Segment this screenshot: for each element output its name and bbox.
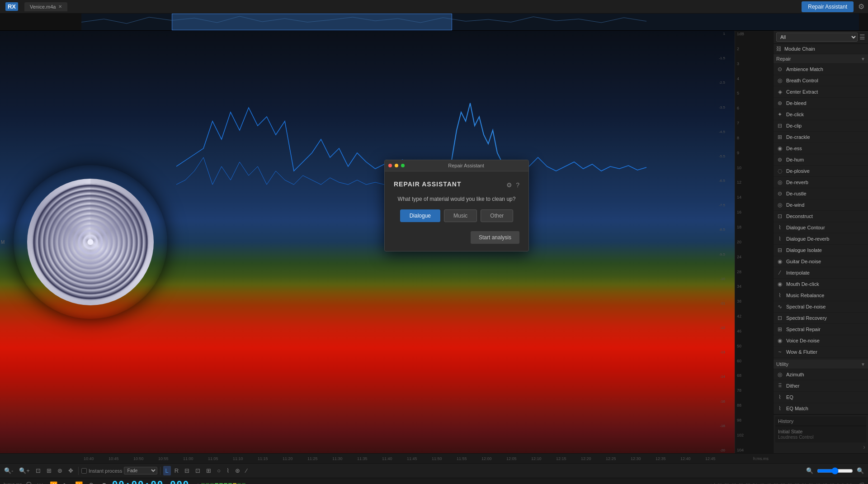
hz-label-16: 16 [736, 210, 772, 214]
tab-close-btn[interactable]: ✕ [58, 4, 62, 9]
channel-l-btn[interactable]: L [163, 466, 171, 475]
module-item-de-plosive[interactable]: ◌ De-plosive [774, 166, 868, 177]
lasso-tool-btn[interactable]: ○ [215, 466, 223, 475]
spectrogram-container[interactable]: 1 -1.5 -2.5 -3.5 -4.5 -5.5 -6.5 -7.5 -8.… [0, 31, 773, 453]
module-item-azimuth[interactable]: ◎ Azimuth [774, 369, 868, 380]
dialogue-contour-label: Dialogue Contour [786, 225, 825, 230]
wow-flutter-icon: ~ [776, 348, 783, 356]
zoom-out-btn[interactable]: 🔍- [2, 466, 15, 475]
record-btn[interactable]: ⏺ [99, 481, 108, 484]
module-item-de-crackle[interactable]: ⊞ De-crackle [774, 132, 868, 143]
utility-section-header[interactable]: Utility ▼ [774, 360, 868, 369]
rewind-btn[interactable]: ⏪ [48, 481, 59, 484]
selection-tool-btn[interactable]: ⊞ [204, 466, 213, 475]
module-item-dialogue-contour[interactable]: ⌇ Dialogue Contour [774, 222, 868, 233]
module-item-voice-de-noise[interactable]: ◉ Voice De-noise [774, 335, 868, 346]
module-item-guitar-de-noise[interactable]: ◉ Guitar De-noise [774, 256, 868, 267]
dialog-help-icon[interactable]: ? [516, 181, 519, 189]
zoom-sel-btn[interactable]: ⊞ [44, 466, 54, 475]
main-area: 1 -1.5 -2.5 -3.5 -4.5 -5.5 -6.5 -7.5 -8.… [0, 31, 868, 453]
module-item-dither[interactable]: ⠿ Dither [774, 380, 868, 392]
module-item-de-bleed[interactable]: ⊛ De-bleed [774, 98, 868, 109]
module-item-eq-match[interactable]: ⌇ EQ Match [774, 403, 868, 414]
history-initial-state[interactable]: Initial State Loudness Control [775, 426, 866, 442]
history-header: History [775, 417, 866, 426]
file-tab[interactable]: Venice.m4a ✕ [24, 2, 67, 11]
forward-btn[interactable]: ⏩ [74, 481, 84, 484]
hz-label-24: 24 [736, 255, 772, 259]
zoom-h-in-btn[interactable]: 🔍 [854, 466, 866, 475]
hz-label-7: 7 [736, 121, 772, 125]
zoom-fit-btn[interactable]: ⊡ [33, 466, 43, 475]
module-item-wow-flutter[interactable]: ~ Wow & Flutter [774, 346, 868, 358]
module-item-de-wind[interactable]: ◎ De-wind [774, 199, 868, 211]
settings-icon[interactable]: ⚙ [858, 2, 864, 11]
material-btn-other[interactable]: Other [481, 209, 513, 222]
spectral-recovery-label: Spectral Recovery [786, 315, 827, 321]
hz-label-50: 50 [736, 344, 772, 348]
module-item-dialogue-isolate[interactable]: ⊟ Dialogue Isolate [774, 245, 868, 256]
hz-label-2: 2 [736, 47, 772, 51]
repair-assistant-button[interactable]: Repair Assistant [802, 1, 854, 12]
module-item-center-extract[interactable]: ◈ Center Extract [774, 86, 868, 98]
module-item-ambience-match[interactable]: ⊙ Ambience Match [774, 64, 868, 75]
dialog-minimize-dot[interactable] [395, 164, 398, 167]
fade-select[interactable]: Fade None Crossfade [124, 467, 157, 475]
time-mark-1120: 11:20 [283, 456, 293, 461]
module-item-de-rustle[interactable]: ⊝ De-rustle [774, 188, 868, 199]
dialog-settings-icon[interactable]: ⚙ [506, 181, 512, 189]
module-item-spectral-recovery[interactable]: ⊡ Spectral Recovery [774, 313, 868, 324]
material-buttons: Dialogue Music Other [394, 209, 519, 222]
module-item-dialogue-de-reverb[interactable]: ⌇ Dialogue De-reverb [774, 233, 868, 245]
repair-section-header[interactable]: Repair ▼ [774, 54, 868, 64]
hz-label-5: 5 [736, 91, 772, 95]
de-hum-icon: ⊜ [776, 156, 783, 163]
play-btn[interactable]: ▶ [62, 481, 70, 484]
module-menu-button[interactable]: ☰ [859, 33, 865, 41]
module-item-breath-control[interactable]: ◎ Breath Control [774, 75, 868, 86]
zoom-in-btn[interactable]: 🔍+ [17, 466, 32, 475]
de-plosive-label: De-plosive [786, 168, 810, 174]
toolbar-sep-2 [160, 467, 160, 475]
module-filter-select[interactable]: All Repair Utility Enhance [776, 33, 858, 42]
material-btn-music[interactable]: Music [444, 209, 477, 222]
de-hum-label: De-hum [786, 157, 804, 162]
zoom-sel2-btn[interactable]: ⊛ [55, 466, 65, 475]
start-analysis-button[interactable]: Start analysis [471, 231, 519, 244]
freq-select-btn[interactable]: ⌇ [224, 466, 231, 475]
module-item-de-click[interactable]: ✦ De-click [774, 109, 868, 120]
module-item-eq[interactable]: ⌇ EQ [774, 392, 868, 403]
module-item-de-clip[interactable]: ⊟ De-clip [774, 120, 868, 132]
timecode-display: 00:00:00.000 [112, 479, 189, 484]
channel-r-btn[interactable]: R [172, 466, 181, 475]
brush-tool-btn[interactable]: ∕ [244, 466, 249, 475]
overview-waveform[interactable] [81, 14, 859, 30]
zoom-h-out-btn[interactable]: 🔍 [804, 466, 816, 475]
module-item-de-hum[interactable]: ⊜ De-hum [774, 154, 868, 166]
dialog-maximize-dot[interactable] [401, 164, 405, 167]
dialog-close-dot[interactable] [388, 164, 392, 167]
expand-right-icon[interactable]: › [863, 443, 865, 451]
module-item-spectral-repair[interactable]: ⊞ Spectral Repair [774, 324, 868, 335]
monitor-icon[interactable]: 🎧 [26, 482, 32, 484]
material-btn-dialogue[interactable]: Dialogue [400, 209, 440, 222]
repair-assistant-dialog: Repair Assistant REPAIR ASSISTANT ⚙ ? Wh… [384, 160, 529, 251]
loop-btn[interactable]: ⟳ [88, 481, 96, 484]
module-chain-row[interactable]: ⛓ Module Chain [774, 44, 868, 54]
module-item-music-rebalance[interactable]: ⌇ Music Rebalance [774, 290, 868, 301]
instant-process-checkbox[interactable] [81, 468, 87, 474]
deconstruct-label: Deconstruct [786, 214, 813, 219]
module-item-de-ess[interactable]: ◉ De-ess [774, 143, 868, 154]
time-select-btn[interactable]: ⊛ [233, 466, 242, 475]
module-item-interpolate[interactable]: ∕ Interpolate [774, 267, 868, 279]
dialog-body: REPAIR ASSISTANT ⚙ ? What type of materi… [385, 171, 528, 251]
module-item-spectral-de-noise[interactable]: ∿ Spectral De-noise [774, 301, 868, 313]
zoom-slider[interactable] [817, 467, 853, 475]
pan-btn[interactable]: ✥ [66, 466, 75, 475]
view-waveform-btn[interactable]: ⊡ [193, 466, 203, 475]
module-item-mouth-de-click[interactable]: ◉ Mouth De-click [774, 279, 868, 290]
prev-btn[interactable]: ⏮ [36, 481, 45, 484]
module-item-de-reverb[interactable]: ◎ De-reverb [774, 177, 868, 188]
module-item-deconstruct[interactable]: ⊡ Deconstruct [774, 211, 868, 222]
view-spectrogram-btn[interactable]: ⊟ [182, 466, 192, 475]
